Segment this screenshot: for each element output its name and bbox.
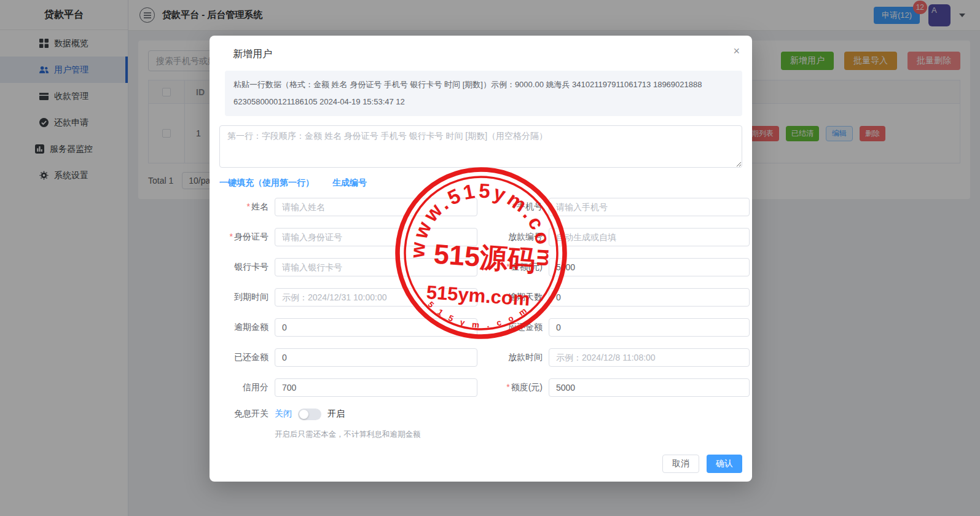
amount-input[interactable] [549,258,750,276]
amount-label: *金额(元) [484,262,543,273]
loan-time-label: 放款时间 [484,352,543,363]
name-input[interactable] [275,198,477,216]
credit-score-input[interactable] [275,378,477,397]
repaid-amount-label: 已还金额 [219,352,269,363]
confirm-button[interactable]: 确认 [707,455,742,473]
id-number-label: *身份证号 [219,232,269,243]
interest-free-label: 免息开关 [219,408,269,420]
add-user-modal: 新增用户 × 粘贴一行数据（格式：金额 姓名 身份证号 手机号 银行卡号 时间 … [210,36,752,482]
user-form: *姓名 *手机号 *身份证号 放款编号 银行卡号 *金额(元) 到期时间 逾期天… [219,198,745,440]
quota-label: *额度(元) [484,382,543,393]
generate-number-link[interactable]: 生成编号 [332,178,367,189]
repayable-amount-input[interactable] [549,318,750,337]
interest-free-switch[interactable] [298,408,321,420]
phone-label: *手机号 [484,201,543,213]
due-time-input[interactable] [275,288,477,307]
overdue-days-input[interactable] [549,288,750,307]
modal-title: 新增用户 [233,48,737,61]
due-time-label: 到期时间 [219,292,269,303]
phone-input[interactable] [549,198,750,216]
toggle-off-label: 关闭 [275,408,292,420]
bank-card-input[interactable] [275,258,477,276]
paste-data-textarea[interactable] [219,125,742,168]
credit-score-label: 信用分 [219,382,269,393]
cancel-button[interactable]: 取消 [662,455,699,473]
overdue-days-label: 逾期天数 [484,292,543,303]
loan-number-input[interactable] [549,228,750,246]
modal-footer: 取消 确认 [662,455,742,473]
close-icon[interactable]: × [733,45,740,57]
interest-free-toggle-row: 关闭 开启 [275,408,750,420]
quota-input[interactable] [549,378,750,397]
overdue-amount-input[interactable] [275,318,477,337]
one-click-fill-link[interactable]: 一键填充（使用第一行） [219,178,314,189]
id-number-input[interactable] [275,228,477,246]
quick-links: 一键填充（使用第一行） 生成编号 [219,178,742,189]
name-label: *姓名 [219,201,269,213]
loan-time-input[interactable] [549,348,750,367]
repayable-amount-label: 应还金额 [484,322,543,333]
repaid-amount-input[interactable] [275,348,477,367]
toggle-helper-text: 开启后只需还本金，不计算利息和逾期金额 [275,429,750,440]
loan-number-label: 放款编号 [484,232,543,243]
toggle-on-label: 开启 [327,408,345,420]
bank-card-label: 银行卡号 [219,262,269,273]
overdue-amount-label: 逾期金额 [219,322,269,333]
switch-knob [299,410,308,419]
paste-format-hint: 粘贴一行数据（格式：金额 姓名 身份证号 手机号 银行卡号 时间 [期数]）示例… [225,71,742,116]
